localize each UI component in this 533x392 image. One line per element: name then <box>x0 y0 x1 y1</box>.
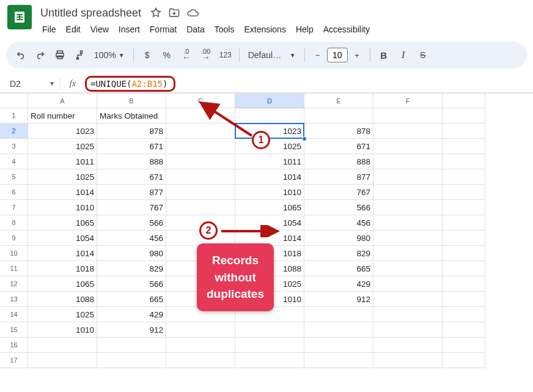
cell-G16[interactable] <box>443 338 485 353</box>
menu-edit[interactable]: Edit <box>62 23 85 35</box>
cell-C16[interactable] <box>166 338 235 353</box>
cell-E11[interactable]: 665 <box>304 261 373 276</box>
cell-A2[interactable]: 1023 <box>28 124 97 139</box>
cell-C15[interactable] <box>166 322 235 338</box>
cell-B11[interactable]: 829 <box>97 261 166 276</box>
cell-C7[interactable] <box>166 200 235 215</box>
row-header-11[interactable]: 11 <box>0 261 28 276</box>
cell-E15[interactable] <box>304 322 373 338</box>
cell-E2[interactable]: 878 <box>304 124 373 139</box>
undo-button[interactable] <box>12 46 29 64</box>
col-header-extra[interactable] <box>443 94 485 108</box>
select-all-corner[interactable] <box>0 94 28 108</box>
cell-A12[interactable]: 1065 <box>28 276 97 292</box>
cell-C4[interactable] <box>166 154 235 169</box>
cell-F17[interactable] <box>373 353 443 368</box>
row-header-1[interactable]: 1 <box>0 108 28 124</box>
cell-G1[interactable] <box>443 108 485 124</box>
cell-F8[interactable] <box>373 215 443 231</box>
cell-E5[interactable]: 877 <box>304 169 373 185</box>
cell-A10[interactable]: 1014 <box>28 246 97 261</box>
cell-B13[interactable]: 665 <box>97 292 166 307</box>
cell-G14[interactable] <box>443 307 485 322</box>
cell-A1[interactable]: Roll number <box>28 108 97 124</box>
font-size-input[interactable] <box>327 48 348 62</box>
bold-button[interactable]: B <box>375 46 392 64</box>
decrease-decimal-button[interactable]: .0← <box>178 46 195 64</box>
cell-F14[interactable] <box>373 307 443 322</box>
cell-B5[interactable]: 671 <box>97 169 166 185</box>
row-header-16[interactable]: 16 <box>0 338 28 353</box>
row-header-8[interactable]: 8 <box>0 215 28 231</box>
redo-button[interactable] <box>32 46 49 64</box>
cell-G2[interactable] <box>443 124 485 139</box>
cell-B8[interactable]: 566 <box>97 215 166 231</box>
cell-E7[interactable]: 566 <box>304 200 373 215</box>
cell-F3[interactable] <box>373 139 443 154</box>
cell-F13[interactable] <box>373 292 443 307</box>
cell-D7[interactable]: 1065 <box>235 200 304 215</box>
cell-B10[interactable]: 980 <box>97 246 166 261</box>
cell-F15[interactable] <box>373 322 443 338</box>
fill-handle[interactable] <box>302 136 307 141</box>
row-header-14[interactable]: 14 <box>0 307 28 322</box>
font-family-dropdown[interactable]: Defaul… ▼ <box>244 50 300 60</box>
cell-A5[interactable]: 1025 <box>28 169 97 185</box>
row-header-10[interactable]: 10 <box>0 246 28 261</box>
formula-input-highlight[interactable]: =UNIQUE(A2:B15) <box>85 76 175 92</box>
menu-insert[interactable]: Insert <box>114 23 144 35</box>
print-button[interactable] <box>51 46 68 64</box>
cell-B9[interactable]: 456 <box>97 231 166 246</box>
cell-D6[interactable]: 1010 <box>235 185 304 200</box>
cell-B4[interactable]: 888 <box>97 154 166 169</box>
menu-accessibility[interactable]: Accessibility <box>319 23 374 35</box>
cell-E10[interactable]: 829 <box>304 246 373 261</box>
cell-A6[interactable]: 1014 <box>28 185 97 200</box>
cell-A11[interactable]: 1018 <box>28 261 97 276</box>
row-header-13[interactable]: 13 <box>0 292 28 307</box>
menu-format[interactable]: Format <box>145 23 181 35</box>
cell-F2[interactable] <box>373 124 443 139</box>
row-header-15[interactable]: 15 <box>0 322 28 338</box>
cell-F4[interactable] <box>373 154 443 169</box>
zoom-dropdown[interactable]: 100% ▼ <box>90 50 128 60</box>
currency-button[interactable]: $ <box>139 46 156 64</box>
cell-G12[interactable] <box>443 276 485 292</box>
font-size-increase-button[interactable]: + <box>349 47 365 63</box>
cell-B16[interactable] <box>97 338 166 353</box>
cell-B6[interactable]: 877 <box>97 185 166 200</box>
cell-A9[interactable]: 1054 <box>28 231 97 246</box>
cell-B12[interactable]: 566 <box>97 276 166 292</box>
cell-A15[interactable]: 1010 <box>28 322 97 338</box>
cell-B3[interactable]: 671 <box>97 139 166 154</box>
paint-format-button[interactable] <box>71 46 88 64</box>
cell-E6[interactable]: 767 <box>304 185 373 200</box>
cell-D16[interactable] <box>235 338 304 353</box>
cell-F11[interactable] <box>373 261 443 276</box>
row-header-12[interactable]: 12 <box>0 276 28 292</box>
cell-E4[interactable]: 888 <box>304 154 373 169</box>
row-header-9[interactable]: 9 <box>0 231 28 246</box>
cell-B7[interactable]: 767 <box>97 200 166 215</box>
more-formats-button[interactable]: 123 <box>217 46 234 64</box>
cell-A16[interactable] <box>28 338 97 353</box>
cell-G3[interactable] <box>443 139 485 154</box>
menu-data[interactable]: Data <box>182 23 209 35</box>
cell-E17[interactable] <box>304 353 373 368</box>
cell-E9[interactable]: 980 <box>304 231 373 246</box>
cell-E16[interactable] <box>304 338 373 353</box>
italic-button[interactable]: I <box>395 46 412 64</box>
name-box[interactable]: D2 ▼ <box>0 79 60 89</box>
cloud-status-icon[interactable] <box>186 7 199 19</box>
cell-G8[interactable] <box>443 215 485 231</box>
row-header-4[interactable]: 4 <box>0 154 28 169</box>
cell-E13[interactable]: 912 <box>304 292 373 307</box>
row-header-17[interactable]: 17 <box>0 353 28 368</box>
doc-title[interactable]: Untitled spreadsheet <box>38 7 144 20</box>
cell-F7[interactable] <box>373 200 443 215</box>
menu-help[interactable]: Help <box>292 23 318 35</box>
row-header-3[interactable]: 3 <box>0 139 28 154</box>
cell-G7[interactable] <box>443 200 485 215</box>
cell-F10[interactable] <box>373 246 443 261</box>
cell-F16[interactable] <box>373 338 443 353</box>
